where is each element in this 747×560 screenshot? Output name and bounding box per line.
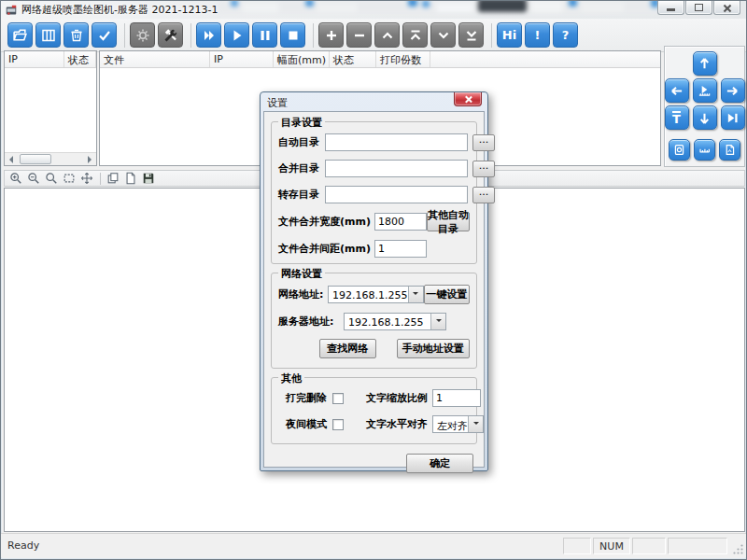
columns-button[interactable] xyxy=(35,22,61,48)
move-to-top-button[interactable] xyxy=(402,22,428,48)
client-list-hscrollbar[interactable] xyxy=(5,152,96,165)
open-button[interactable] xyxy=(7,22,33,48)
delete-button[interactable] xyxy=(63,22,89,48)
maximize-button[interactable] xyxy=(685,1,712,15)
dialog-close-button[interactable] xyxy=(454,92,482,106)
ok-button[interactable]: 确定 xyxy=(406,454,473,473)
app-icon xyxy=(5,4,18,17)
column-header-ip[interactable]: IP xyxy=(5,51,64,67)
merge-width-label: 文件合并宽度(mm) xyxy=(278,215,371,229)
auto-dir-input[interactable] xyxy=(325,133,468,151)
dropdown-arrow-icon[interactable] xyxy=(468,416,483,432)
text-scale-label: 文字缩放比例 xyxy=(366,391,428,405)
merge-width-input[interactable] xyxy=(374,213,427,231)
manual-address-button[interactable]: 手动地址设置 xyxy=(397,339,470,358)
text-tool-button[interactable]: T xyxy=(665,105,689,130)
network-address-label: 网络地址: xyxy=(278,287,326,301)
help-button[interactable]: ? xyxy=(553,22,578,48)
print-preview-button[interactable] xyxy=(122,172,139,186)
confirm-button[interactable] xyxy=(92,22,117,48)
pan-button[interactable] xyxy=(78,172,95,186)
network-address-combo[interactable]: 192.168.1.255 xyxy=(328,286,423,303)
other-auto-dir-button[interactable]: 其他自动目录 xyxy=(427,212,470,231)
device-status-button[interactable] xyxy=(669,139,690,161)
night-mode-checkbox[interactable] xyxy=(332,419,344,430)
transfer-dir-label: 转存目录 xyxy=(278,188,319,202)
play-button[interactable] xyxy=(224,22,249,48)
client-list-body xyxy=(5,68,96,139)
fast-forward-icon xyxy=(202,28,217,43)
pause-button[interactable] xyxy=(252,22,277,48)
dropdown-arrow-icon[interactable] xyxy=(430,314,445,329)
dropdown-arrow-icon[interactable] xyxy=(408,287,423,302)
print-test-button[interactable] xyxy=(693,78,717,103)
transfer-dir-browse-button[interactable]: ... xyxy=(472,187,495,203)
transfer-dir-input[interactable] xyxy=(325,186,468,203)
move-to-bottom-button[interactable] xyxy=(458,22,484,48)
column-header-status[interactable]: 状态 xyxy=(64,51,96,67)
text-align-combo[interactable]: 左对齐 xyxy=(432,415,484,433)
remove-button[interactable] xyxy=(346,22,372,48)
marquee-icon xyxy=(63,172,76,185)
column-header-size[interactable]: 幅面(mm) xyxy=(274,51,330,67)
measure-button[interactable] xyxy=(694,139,715,161)
zoom-out-button[interactable] xyxy=(25,172,42,186)
tools-button[interactable] xyxy=(158,22,183,48)
toolbar-separator xyxy=(100,173,101,185)
auto-dir-browse-button[interactable]: ... xyxy=(472,134,495,151)
find-network-button[interactable]: 查找网络 xyxy=(319,339,376,358)
fast-forward-button[interactable] xyxy=(196,22,221,48)
merge-dir-input[interactable] xyxy=(325,160,468,177)
column-header-file[interactable]: 文件 xyxy=(100,51,210,67)
save-icon xyxy=(142,172,155,185)
close-button[interactable] xyxy=(713,1,740,15)
group-label: 其他 xyxy=(278,371,304,385)
merge-dir-browse-button[interactable]: ... xyxy=(472,161,495,177)
nudge-up-button[interactable] xyxy=(693,51,717,76)
move-down-button[interactable] xyxy=(430,22,456,48)
column-header-copies[interactable]: 打印份数 xyxy=(376,51,430,67)
status-segment xyxy=(563,538,591,554)
resize-grip[interactable] xyxy=(731,542,744,555)
skip-to-end-button[interactable] xyxy=(721,105,745,130)
column-header-ip[interactable]: IP xyxy=(210,51,274,67)
columns-icon xyxy=(41,28,56,43)
delete-after-print-checkbox[interactable] xyxy=(332,393,344,404)
save-button[interactable] xyxy=(140,172,157,186)
stop-button[interactable] xyxy=(280,22,305,48)
select-region-button[interactable] xyxy=(61,172,78,186)
move-up-button[interactable] xyxy=(374,22,400,48)
client-list-panel: IP 状态 xyxy=(4,50,97,166)
one-key-setup-button[interactable]: 一键设置 xyxy=(424,285,471,304)
nudge-right-button[interactable] xyxy=(721,78,745,103)
dialog-title: 设置 xyxy=(267,96,288,110)
close-icon xyxy=(723,4,731,12)
hi-button[interactable]: Hi xyxy=(497,22,522,48)
titlebar: 网络超级喷墨绘图机-服务器 2021-1213-1 xyxy=(1,1,746,19)
scroll-right-icon[interactable] xyxy=(83,153,96,165)
text-scale-input[interactable] xyxy=(432,389,481,407)
settings-button[interactable] xyxy=(130,22,155,48)
status-bar: Ready NUM xyxy=(1,533,746,557)
scrollbar-thumb[interactable] xyxy=(20,154,51,164)
minimize-button[interactable] xyxy=(657,1,684,15)
group-label: 目录设置 xyxy=(278,116,325,130)
toolbar-separator xyxy=(491,23,492,48)
column-header-status[interactable]: 状态 xyxy=(330,51,376,67)
client-list-header: IP 状态 xyxy=(5,51,96,68)
text-tool-icon: T xyxy=(672,111,681,125)
alert-button[interactable]: ! xyxy=(525,22,550,48)
toolbar-separator xyxy=(124,23,125,48)
nudge-left-button[interactable] xyxy=(665,78,689,103)
merge-gap-input[interactable] xyxy=(374,240,427,258)
add-button[interactable] xyxy=(318,22,344,48)
copy-view-button[interactable] xyxy=(105,172,121,186)
nudge-down-button[interactable] xyxy=(693,105,717,130)
zoom-fit-button[interactable] xyxy=(43,172,60,186)
scroll-left-icon[interactable] xyxy=(5,153,18,165)
dialog-titlebar[interactable]: 设置 xyxy=(263,95,485,111)
page-setup-button[interactable] xyxy=(719,139,740,161)
question-icon: ? xyxy=(562,29,570,41)
server-address-combo[interactable]: 192.168.1.255 xyxy=(344,313,446,330)
zoom-in-button[interactable] xyxy=(7,172,24,186)
